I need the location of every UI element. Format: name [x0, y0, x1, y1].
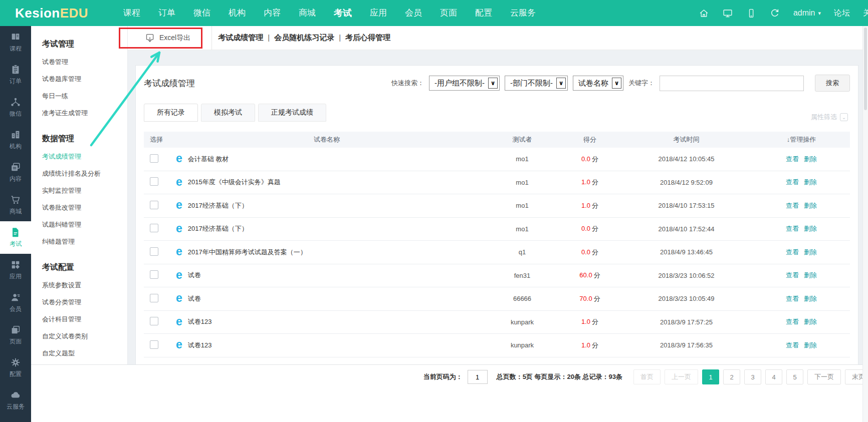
submenu-item-realtime-monitor[interactable]: 实时监控管理 — [42, 182, 127, 199]
sidebar-item-members[interactable]: 会员 — [0, 286, 31, 319]
next-page-button[interactable]: 下一页 — [807, 369, 841, 384]
nav-item-orders[interactable]: 订单 — [158, 7, 175, 19]
submenu-item-custom-question-type[interactable]: 自定义题型 — [42, 345, 127, 362]
excel-export-button[interactable]: Excel导出 — [145, 33, 190, 44]
admin-user-menu[interactable]: admin ▾ — [793, 9, 821, 18]
row-checkbox[interactable] — [150, 294, 158, 302]
view-link[interactable]: 查看 — [786, 248, 799, 257]
sidebar-item-org[interactable]: 机构 — [0, 124, 31, 156]
delete-link[interactable]: 删除 — [804, 294, 817, 303]
row-checkbox[interactable] — [150, 270, 158, 279]
nav-item-pages[interactable]: 页面 — [440, 7, 457, 19]
breadcrumb-item-exam-scores[interactable]: 考试成绩管理 — [218, 33, 263, 43]
sidebar-item-exam[interactable]: 考试 — [0, 221, 31, 254]
view-link[interactable]: 查看 — [786, 224, 799, 233]
breadcrumb-item-random-practice[interactable]: 会员随机练习记录 — [274, 33, 334, 43]
nav-item-mall[interactable]: 商城 — [299, 7, 316, 19]
tab-mock-exams[interactable]: 模拟考试 — [201, 104, 255, 122]
tab-all-records[interactable]: 所有记录 — [144, 104, 198, 122]
cart-icon — [10, 194, 22, 205]
page-button-5[interactable]: 5 — [786, 369, 803, 384]
view-link[interactable]: 查看 — [786, 317, 799, 326]
nav-item-exam[interactable]: 考试 — [334, 7, 352, 19]
submenu-item-error-questions[interactable]: 纠错题管理 — [42, 233, 127, 250]
sidebar-item-content[interactable]: 内容 — [0, 156, 31, 189]
submenu-item-question-bank[interactable]: 试卷题库管理 — [42, 71, 127, 88]
submenu-item-error-correction[interactable]: 试题纠错管理 — [42, 216, 127, 233]
view-link[interactable]: 查看 — [786, 155, 799, 164]
close-link[interactable]: 关 — [863, 8, 868, 19]
delete-link[interactable]: 删除 — [804, 155, 817, 164]
row-checkbox[interactable] — [150, 340, 158, 349]
submenu-item-admission-ticket[interactable]: 准考证生成管理 — [42, 105, 127, 122]
home-icon[interactable] — [699, 8, 709, 19]
breadcrumb-item-exam-thoughts[interactable]: 考后心得管理 — [345, 33, 390, 43]
row-checkbox[interactable] — [150, 317, 158, 325]
sidebar-item-courses[interactable]: 课程 — [0, 26, 31, 59]
row-checkbox[interactable] — [150, 201, 158, 209]
sidebar-item-pages[interactable]: 页面 — [0, 319, 31, 351]
view-link[interactable]: 查看 — [786, 178, 799, 187]
vertical-scrollbar[interactable] — [862, 26, 868, 422]
sidebar-item-apps[interactable]: 应用 — [0, 254, 31, 286]
page-button-2[interactable]: 2 — [723, 369, 740, 384]
delete-link[interactable]: 删除 — [804, 341, 817, 350]
delete-link[interactable]: 删除 — [804, 224, 817, 233]
monitor-icon[interactable] — [722, 8, 733, 19]
row-checkbox[interactable] — [150, 224, 158, 232]
nav-item-members[interactable]: 会员 — [405, 7, 422, 19]
row-checkbox[interactable] — [150, 247, 158, 256]
nav-item-apps[interactable]: 应用 — [370, 7, 387, 19]
view-link[interactable]: 查看 — [786, 294, 799, 303]
submenu-item-daily-practice[interactable]: 每日一练 — [42, 88, 127, 105]
first-page-button[interactable]: 首页 — [633, 369, 661, 384]
search-button[interactable]: 搜索 — [815, 75, 850, 92]
usergroup-select[interactable]: -用户组不限制- ∨ — [429, 76, 500, 91]
submenu-item-exam-scores[interactable]: 考试成绩管理 — [42, 148, 127, 165]
submenu-item-sys-params[interactable]: 系统参数设置 — [42, 277, 127, 294]
submenu-item-score-stats[interactable]: 成绩统计排名及分析 — [42, 165, 127, 182]
delete-link[interactable]: 删除 — [804, 271, 817, 280]
department-select[interactable]: -部门不限制- ∨ — [505, 76, 568, 91]
nav-item-cloud[interactable]: 云服务 — [510, 7, 536, 19]
row-checkbox[interactable] — [150, 154, 158, 163]
search-field-select[interactable]: 试卷名称 ∨ — [573, 76, 623, 91]
refresh-icon[interactable] — [769, 8, 780, 19]
view-link[interactable]: 查看 — [786, 341, 799, 350]
nav-item-wechat[interactable]: 微信 — [193, 7, 210, 19]
submenu-item-paper-category[interactable]: 试卷分类管理 — [42, 294, 127, 311]
view-link[interactable]: 查看 — [786, 271, 799, 280]
forum-link[interactable]: 论坛 — [834, 8, 850, 19]
attribute-filter-toggle[interactable]: 属性筛选 ⌄ — [811, 113, 848, 122]
tab-formal-exam-scores[interactable]: 正规考试成绩 — [258, 104, 326, 122]
sidebar-item-cloud[interactable]: 云服务 — [0, 384, 31, 416]
submenu-item-paper-mgmt[interactable]: 试卷管理 — [42, 54, 127, 71]
submenu-item-paper-review[interactable]: 试卷批改管理 — [42, 199, 127, 216]
sidebar-item-config[interactable]: 配置 — [0, 351, 31, 384]
page-button-4[interactable]: 4 — [765, 369, 782, 384]
delete-link[interactable]: 删除 — [804, 317, 817, 326]
delete-link[interactable]: 删除 — [804, 248, 817, 257]
sidebar-item-wechat[interactable]: 微信 — [0, 91, 31, 124]
header-actions[interactable]: ↓管理操作 — [753, 135, 850, 144]
delete-link[interactable]: 删除 — [804, 178, 817, 187]
page-button-1[interactable]: 1 — [702, 369, 719, 384]
view-link[interactable]: 查看 — [786, 201, 799, 210]
sidebar-item-mall[interactable]: 商城 — [0, 189, 31, 221]
nav-item-org[interactable]: 机构 — [229, 7, 246, 19]
mobile-icon[interactable] — [746, 8, 756, 19]
sidebar-item-orders[interactable]: 订单 — [0, 59, 31, 91]
scrollbar-thumb[interactable] — [864, 28, 867, 110]
nav-item-content[interactable]: 内容 — [264, 7, 281, 19]
current-page-input[interactable] — [468, 370, 488, 384]
nav-item-config[interactable]: 配置 — [475, 7, 492, 19]
prev-page-button[interactable]: 上一页 — [665, 369, 698, 384]
submenu-item-custom-paper-type[interactable]: 自定义试卷类别 — [42, 328, 127, 345]
delete-link[interactable]: 删除 — [804, 201, 817, 210]
row-checkbox[interactable] — [150, 177, 158, 186]
nav-item-courses[interactable]: 课程 — [123, 7, 140, 19]
keyword-input[interactable] — [660, 76, 804, 91]
page-button-3[interactable]: 3 — [744, 369, 761, 384]
submenu-item-accounting-subjects[interactable]: 会计科目管理 — [42, 311, 127, 328]
table-row: e2015年度《中级会计实务》真题 mo1 1.0分 2018/4/12 9:5… — [144, 171, 850, 195]
